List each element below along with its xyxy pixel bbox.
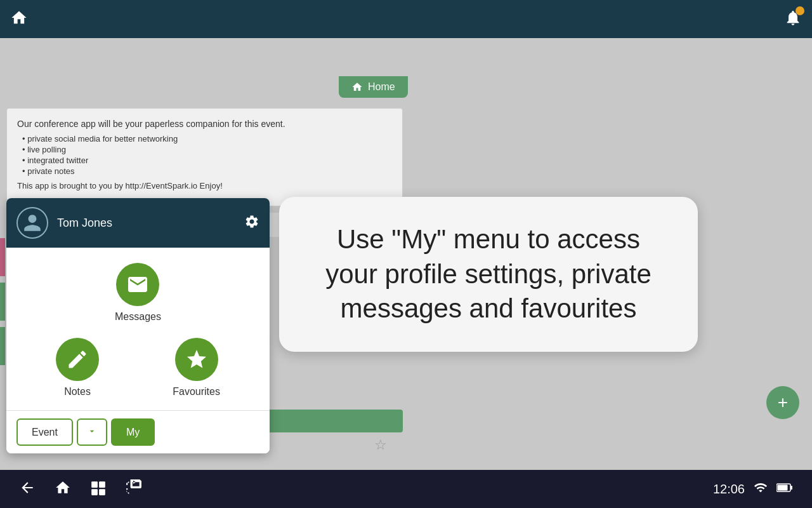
notification-dot [796,6,804,15]
svg-rect-5 [790,486,792,490]
star-icon-bg: ☆ [374,437,387,453]
svg-rect-3 [99,489,105,495]
messages-row: Messages [19,263,257,323]
dropdown-button[interactable] [77,418,107,446]
side-bar-green1 [0,283,5,321]
bottom-row: Notes Favourites [19,338,257,398]
screenshot-icon[interactable] [126,479,142,498]
info-card: Our conference app will be your paperles… [6,108,403,206]
recents-icon[interactable] [90,479,107,498]
avatar[interactable] [16,207,48,239]
tooltip-bubble: Use "My" menu to access your profile set… [279,197,698,352]
tooltip-text: Use "My" menu to access your profile set… [311,222,666,326]
event-button[interactable]: Event [16,418,73,446]
sys-right: 12:06 [713,481,793,497]
bullet-2: live polling [22,145,392,154]
home-sys-icon[interactable] [55,479,71,498]
side-bar-pink [0,238,5,276]
battery-icon [776,482,793,496]
fab-plus-button[interactable]: + [766,386,799,419]
messages-icon-circle [116,263,159,306]
svg-rect-6 [778,485,788,491]
home-icon-top[interactable] [10,9,28,29]
menu-grid: Messages Notes Favourites [6,248,270,410]
favourites-menu-item[interactable]: Favourites [173,338,220,398]
home-pill[interactable]: Home [339,76,408,98]
top-bar [0,0,812,38]
notification-icon[interactable] [784,9,802,29]
user-panel: Tom Jones Messages Notes [6,198,270,453]
time-display: 12:06 [713,482,745,497]
home-pill-label: Home [368,81,395,93]
system-bar: 12:06 [0,470,812,508]
sys-left [19,479,142,498]
user-header: Tom Jones [6,198,270,248]
bullet-1: private social media for better networki… [22,134,392,144]
svg-rect-1 [99,481,105,488]
notes-label: Notes [64,386,91,398]
user-info: Tom Jones [16,207,112,239]
bullet-3: integrated twitter [22,156,392,165]
notes-menu-item[interactable]: Notes [56,338,99,398]
messages-label: Messages [115,311,161,323]
side-bar-green2 [0,327,5,365]
back-icon[interactable] [19,479,36,498]
my-button[interactable]: My [111,418,155,446]
info-bullets: private social media for better networki… [17,134,392,176]
svg-rect-0 [91,481,98,488]
wifi-icon [754,481,768,497]
favourites-label: Favourites [173,386,220,398]
messages-menu-item[interactable]: Messages [115,263,161,323]
bottom-nav: Event My [6,410,270,453]
info-intro: Our conference app will be your paperles… [17,119,392,129]
info-footer: This app is brought to you by http://Eve… [17,181,392,190]
svg-rect-2 [91,489,98,495]
bullet-4: private notes [22,166,392,176]
favourites-icon-circle [175,338,218,381]
user-name: Tom Jones [57,217,112,230]
settings-icon[interactable] [244,214,259,232]
plus-icon: + [778,394,788,411]
notes-icon-circle [56,338,99,381]
